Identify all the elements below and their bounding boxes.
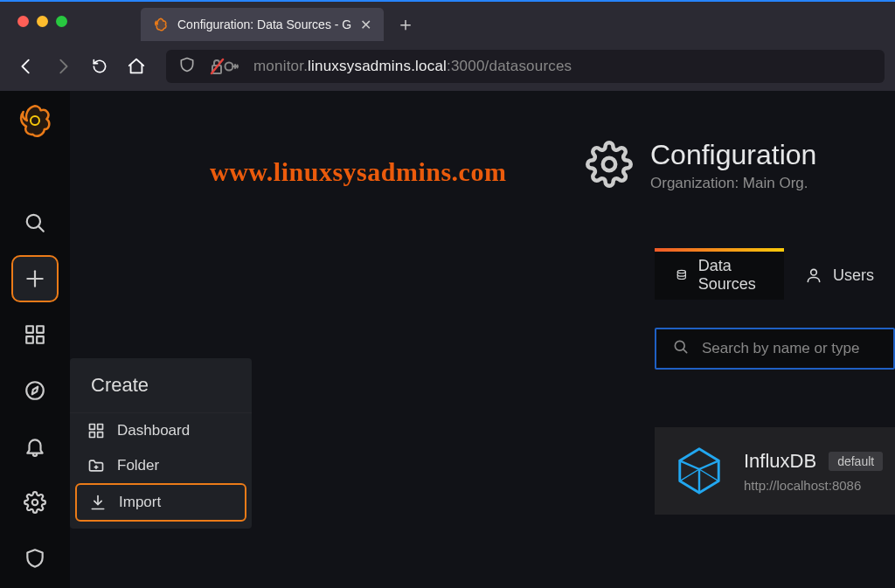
create-folder-label: Folder [117,457,159,474]
new-tab-button[interactable]: ＋ [392,11,419,38]
svg-point-24 [677,270,685,273]
sidebar-alerting[interactable] [11,423,59,470]
tab-title: Configuration: Data Sources - G [177,17,351,31]
datasource-meta: InfluxDB default http://localhost:8086 [744,450,883,493]
user-icon [805,266,822,284]
search-icon [672,338,690,359]
page-header: Configuration Organization: Main Org. [586,139,816,192]
datasource-card[interactable]: InfluxDB default http://localhost:8086 [655,427,895,515]
datasource-name: InfluxDB [744,450,816,473]
svg-rect-10 [26,326,33,333]
close-tab-icon[interactable]: ✕ [360,17,371,33]
home-button[interactable] [121,51,152,82]
minimize-window-button[interactable] [37,16,48,27]
search-box[interactable] [655,328,895,370]
database-icon [676,266,688,284]
svg-line-31 [699,469,718,481]
watermark: www.linuxsysadmins.com [210,157,506,187]
browser-toolbar: monitor.linuxsysadmins.local:3000/dataso… [0,41,895,91]
browser-tab-strip: Configuration: Data Sources - G ✕ ＋ [0,0,895,41]
tab-data-sources-label: Data Sources [698,257,763,294]
grafana-favicon [153,17,169,32]
window-controls [0,16,83,41]
default-badge: default [829,452,883,471]
datasource-url: http://localhost:8086 [744,478,883,493]
forward-button[interactable] [47,51,79,82]
url-host: linuxsysadmins.local [308,58,447,74]
svg-line-27 [683,349,687,353]
svg-point-23 [603,157,615,169]
url-prefix: monitor. [253,58,308,74]
tab-data-sources[interactable]: Data Sources [655,251,784,300]
grid-icon [87,422,105,439]
url-bar[interactable]: monitor.linuxsysadmins.local:3000/dataso… [166,50,885,83]
svg-marker-15 [32,387,38,395]
page-subtitle: Organization: Main Org. [650,175,816,192]
flyout-header: Create [70,358,252,413]
svg-rect-17 [90,425,95,430]
create-dashboard-label: Dashboard [117,422,190,439]
tabs-bar: Data Sources Users [655,251,895,300]
svg-point-25 [811,269,817,275]
svg-rect-13 [37,336,44,343]
import-icon [89,494,107,511]
sidebar-configuration[interactable] [11,479,59,526]
grafana-app: Create Dashboard Folder Import www.linux… [0,91,895,588]
browser-tab[interactable]: Configuration: Data Sources - G ✕ [141,8,384,41]
sidebar-search[interactable] [11,199,59,246]
back-button[interactable] [10,51,42,82]
sidebar-admin[interactable] [11,535,59,582]
tab-users-label: Users [833,266,874,285]
svg-rect-18 [98,425,103,430]
gear-icon [586,141,633,191]
tab-users[interactable]: Users [784,251,895,300]
folder-plus-icon [87,457,105,474]
influxdb-icon [674,444,725,498]
svg-point-14 [26,382,44,399]
create-flyout: Create Dashboard Folder Import [70,358,252,529]
url-text: monitor.linuxsysadmins.local:3000/dataso… [253,58,572,75]
sidebar-dashboards[interactable] [11,311,59,358]
create-import-label: Import [119,494,161,511]
sidebar-explore[interactable] [11,367,59,414]
create-import[interactable]: Import [75,483,246,522]
svg-line-30 [680,469,699,481]
svg-rect-11 [37,326,44,333]
svg-point-16 [32,500,38,506]
search-input[interactable] [702,340,887,357]
page-title: Configuration [650,139,816,171]
shield-icon [178,56,196,77]
url-path: /datasources [485,58,572,74]
svg-rect-12 [26,336,33,343]
reload-button[interactable] [84,51,115,82]
create-dashboard[interactable]: Dashboard [70,413,252,448]
close-window-button[interactable] [17,16,29,27]
grafana-logo[interactable] [17,103,52,138]
maximize-window-button[interactable] [56,16,67,27]
sidebar-create[interactable] [11,255,59,302]
svg-rect-20 [98,432,103,438]
create-folder[interactable]: Folder [70,448,252,483]
insecure-lock-icon [208,58,241,75]
search-wrap [655,328,895,370]
svg-rect-19 [90,432,95,438]
sidebar: Create Dashboard Folder Import [0,91,70,588]
url-port: :3000 [447,58,485,74]
svg-line-7 [38,226,44,232]
